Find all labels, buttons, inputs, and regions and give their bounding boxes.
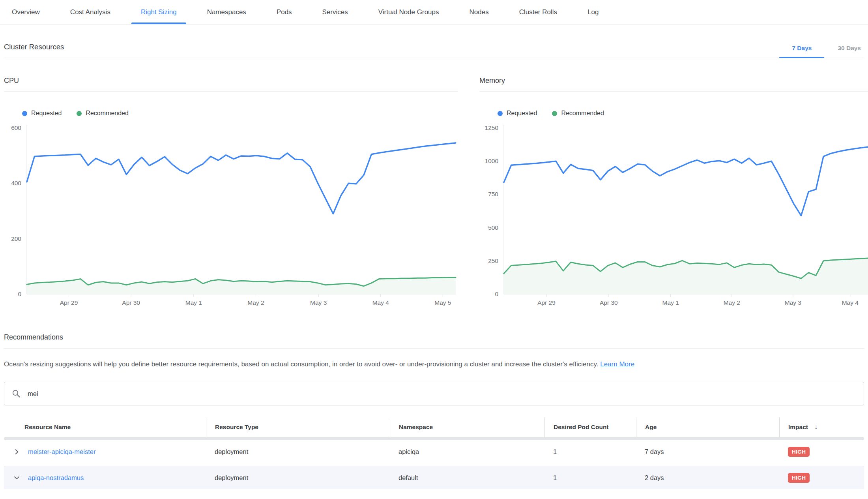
search-icon bbox=[11, 389, 21, 398]
chevron-right-icon[interactable] bbox=[13, 448, 20, 455]
search-input[interactable] bbox=[27, 390, 857, 398]
svg-text:250: 250 bbox=[488, 257, 498, 264]
svg-text:500: 500 bbox=[488, 224, 498, 231]
range-30-days[interactable]: 30 Days bbox=[837, 45, 862, 58]
svg-text:1250: 1250 bbox=[485, 124, 499, 131]
recommendations-title: Recommendations bbox=[4, 333, 864, 349]
legend-label: Requested bbox=[31, 110, 62, 117]
main-content: Cluster Resources 7 Days30 Days CPUReque… bbox=[0, 24, 868, 489]
namespace-cell: default bbox=[390, 474, 544, 482]
svg-text:400: 400 bbox=[11, 180, 21, 186]
column-header-label: Desired Pod Count bbox=[554, 424, 609, 431]
impact-badge: HIGH bbox=[788, 473, 810, 483]
svg-text:600: 600 bbox=[11, 124, 21, 131]
svg-text:May 2: May 2 bbox=[247, 299, 264, 306]
resource-type-cell: deployment bbox=[206, 448, 390, 456]
legend-label: Recommended bbox=[561, 110, 604, 117]
sort-desc-icon[interactable]: ↓ bbox=[814, 423, 818, 431]
svg-text:Apr 29: Apr 29 bbox=[60, 299, 78, 306]
requested-dot-icon bbox=[22, 111, 27, 116]
cluster-resources-header: Cluster Resources 7 Days30 Days bbox=[4, 24, 864, 58]
memory-chart-title: Memory bbox=[479, 77, 868, 92]
cpu-chart: 6004002000Apr 29Apr 30May 1May 2May 3May… bbox=[4, 122, 458, 307]
legend-item-requested[interactable]: Requested bbox=[498, 110, 537, 117]
cpu-chart-title: CPU bbox=[4, 77, 458, 92]
impact-cell: HIGH bbox=[779, 447, 864, 457]
age-cell: 7 days bbox=[636, 448, 779, 456]
table-body: meister-apiciqa-meisterdeploymentapiciqa… bbox=[4, 440, 864, 489]
top-nav: OverviewCost AnalysisRight SizingNamespa… bbox=[0, 0, 868, 24]
column-header-label: Resource Type bbox=[215, 424, 258, 431]
tab-nodes[interactable]: Nodes bbox=[460, 0, 498, 24]
cpu-chart-panel: CPURequestedRecommended6004002000Apr 29A… bbox=[4, 77, 458, 309]
table-header-divider bbox=[4, 437, 864, 440]
recommended-dot-icon bbox=[77, 111, 82, 116]
svg-text:1000: 1000 bbox=[485, 158, 499, 164]
legend-item-recommended[interactable]: Recommended bbox=[77, 110, 129, 117]
chevron-down-icon[interactable] bbox=[13, 475, 20, 481]
legend-label: Recommended bbox=[86, 110, 129, 117]
tab-cluster-rolls[interactable]: Cluster Rolls bbox=[510, 0, 567, 24]
cpu-legend: RequestedRecommended bbox=[22, 110, 458, 117]
svg-text:May 3: May 3 bbox=[785, 299, 801, 306]
memory-chart-panel: MemoryRequestedRecommended12501000750500… bbox=[479, 77, 868, 309]
desired-pod-count-cell: 1 bbox=[544, 448, 636, 456]
legend-item-recommended[interactable]: Recommended bbox=[552, 110, 604, 117]
tab-virtual-node-groups[interactable]: Virtual Node Groups bbox=[369, 0, 449, 24]
column-header-resource-name: Resource Name bbox=[4, 417, 206, 437]
resource-name-cell: meister-apiciqa-meister bbox=[4, 448, 206, 456]
svg-text:200: 200 bbox=[11, 235, 21, 242]
memory-chart: 125010007505002500Apr 29Apr 30May 1May 2… bbox=[479, 122, 868, 307]
memory-legend: RequestedRecommended bbox=[498, 110, 868, 117]
learn-more-link[interactable]: Learn More bbox=[600, 360, 634, 368]
svg-text:Apr 29: Apr 29 bbox=[537, 299, 556, 306]
resource-name-link[interactable]: apiqa-nostradamus bbox=[28, 474, 84, 482]
svg-text:May 5: May 5 bbox=[434, 299, 451, 306]
column-header-impact[interactable]: Impact↓ bbox=[779, 417, 864, 437]
row-divider bbox=[4, 463, 864, 466]
column-header-label: Age bbox=[645, 424, 657, 431]
impact-badge: HIGH bbox=[788, 447, 810, 457]
svg-text:Apr 30: Apr 30 bbox=[600, 299, 618, 306]
tab-right-sizing[interactable]: Right Sizing bbox=[131, 0, 186, 24]
svg-text:0: 0 bbox=[495, 291, 498, 297]
table-row[interactable]: apiqa-nostradamusdeploymentdefault12 day… bbox=[4, 466, 864, 489]
svg-text:0: 0 bbox=[18, 291, 21, 297]
impact-cell: HIGH bbox=[779, 473, 864, 483]
recommendations-section: Recommendations Ocean's resizing suggest… bbox=[4, 333, 864, 368]
svg-text:May 2: May 2 bbox=[724, 299, 740, 306]
desired-pod-count-cell: 1 bbox=[544, 474, 636, 482]
table-row[interactable]: meister-apiciqa-meisterdeploymentapiciqa… bbox=[4, 440, 864, 463]
column-header-desired-pod-count: Desired Pod Count bbox=[544, 417, 636, 437]
legend-item-requested[interactable]: Requested bbox=[22, 110, 62, 117]
column-header-namespace: Namespace bbox=[390, 417, 544, 437]
tab-log[interactable]: Log bbox=[578, 0, 608, 24]
tab-pods[interactable]: Pods bbox=[267, 0, 301, 24]
svg-text:Apr 30: Apr 30 bbox=[122, 299, 140, 306]
column-header-label: Resource Name bbox=[24, 424, 71, 431]
tab-cost-analysis[interactable]: Cost Analysis bbox=[61, 0, 120, 24]
resource-type-cell: deployment bbox=[206, 474, 390, 482]
column-header-label: Impact bbox=[788, 424, 808, 431]
tab-overview[interactable]: Overview bbox=[2, 0, 49, 24]
svg-text:750: 750 bbox=[488, 191, 498, 197]
charts-row: CPURequestedRecommended6004002000Apr 29A… bbox=[4, 77, 868, 309]
tab-services[interactable]: Services bbox=[313, 0, 357, 24]
time-range-toggle: 7 Days30 Days bbox=[767, 45, 862, 58]
recommendations-table: Resource NameResource TypeNamespaceDesir… bbox=[4, 417, 864, 489]
requested-dot-icon bbox=[498, 111, 503, 116]
table-header: Resource NameResource TypeNamespaceDesir… bbox=[4, 417, 864, 437]
range-7-days[interactable]: 7 Days bbox=[791, 45, 812, 58]
namespace-cell: apiciqa bbox=[390, 448, 544, 456]
svg-text:May 1: May 1 bbox=[662, 299, 679, 306]
legend-label: Requested bbox=[507, 110, 537, 117]
resource-name-link[interactable]: meister-apiciqa-meister bbox=[28, 448, 95, 456]
cluster-resources-title: Cluster Resources bbox=[4, 43, 64, 58]
search-box[interactable] bbox=[4, 382, 864, 405]
recommended-dot-icon bbox=[552, 111, 557, 116]
column-header-resource-type: Resource Type bbox=[206, 417, 390, 437]
tab-namespaces[interactable]: Namespaces bbox=[198, 0, 256, 24]
column-header-age: Age bbox=[636, 417, 779, 437]
svg-text:May 3: May 3 bbox=[310, 299, 327, 306]
svg-text:May 4: May 4 bbox=[842, 299, 859, 306]
